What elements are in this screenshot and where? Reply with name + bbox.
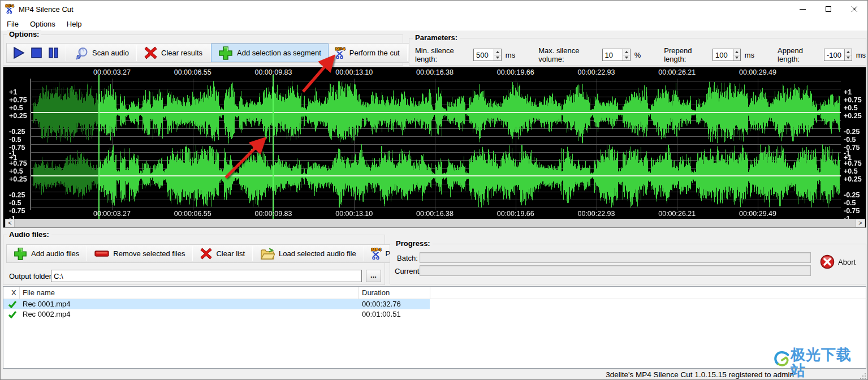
remove-selected-files-button[interactable]: Remove selected files	[88, 245, 192, 262]
output-folder-input[interactable]: C:\	[51, 270, 362, 282]
max-silence-volume-label: Max. silence volume:	[538, 46, 598, 63]
audio-files-toolbar: Add audio files Remove selected files Cl…	[6, 244, 443, 263]
min-silence-length-label: Min. silence length:	[415, 46, 470, 63]
amplitude-scale-label: -0.75	[844, 144, 860, 152]
amplitude-scale-label: +0.5	[844, 104, 858, 112]
current-progress-bar	[420, 265, 811, 276]
amplitude-scale-label: +1	[9, 154, 17, 162]
title-bar: MP4 MP4 Silence Cut	[1, 1, 867, 18]
window-title: MP4 Silence Cut	[19, 5, 74, 14]
chevron-right-icon[interactable]: >	[856, 219, 865, 227]
perform-the-cut-label: Perform the cut	[349, 49, 400, 57]
stop-button[interactable]	[31, 48, 42, 58]
play-button[interactable]	[13, 46, 25, 59]
parameters-group-label: Parameters:	[413, 33, 460, 42]
column-header-x[interactable]: X	[11, 288, 16, 297]
amplitude-scale-label: +0.25	[9, 112, 27, 120]
resize-grip[interactable]	[860, 373, 866, 379]
minimize-button[interactable]	[789, 1, 815, 18]
menu-file[interactable]: File	[1, 18, 24, 30]
time-tick-label: 00:00:09.83	[254, 210, 292, 218]
append-length-input[interactable]: -100	[824, 49, 852, 61]
max-silence-volume-input[interactable]: 10	[602, 49, 631, 61]
amplitude-scale-label: +0.75	[9, 159, 27, 167]
clear-list-label: Clear list	[216, 249, 245, 258]
column-header-duration[interactable]: Duration	[362, 288, 390, 297]
time-tick-label: 00:00:29.49	[739, 68, 776, 76]
spinner-buttons[interactable]	[623, 49, 630, 61]
scrollbar-track[interactable]	[15, 219, 856, 227]
waveform-panel[interactable]: 00:00:03.2700:00:06.5500:00:09.8300:00:1…	[3, 67, 866, 228]
prepend-length-input[interactable]: 100	[712, 49, 741, 61]
amplitude-scale-label: -1	[844, 149, 850, 157]
amplitude-scale-label: +0.5	[9, 104, 23, 112]
amplitude-scale-label: -0.75	[9, 144, 25, 152]
file-name: Rec 0001.mp4	[23, 300, 71, 308]
abort-button[interactable]: Abort	[820, 254, 856, 269]
min-silence-length-value: 500	[474, 49, 494, 61]
amplitude-scale-label: +0.75	[9, 96, 27, 104]
batch-label: Batch:	[397, 254, 418, 262]
scan-audio-button[interactable]: Scan audio	[67, 44, 136, 62]
red-x-icon	[144, 46, 157, 59]
time-tick-label: 00:00:03.27	[93, 210, 131, 218]
prepend-length-unit: ms	[745, 51, 754, 59]
menu-help[interactable]: Help	[61, 18, 88, 30]
menu-options[interactable]: Options	[24, 18, 61, 30]
scan-audio-icon	[74, 46, 88, 61]
amplitude-scale-label: -0.25	[844, 191, 860, 199]
remove-files-icon	[94, 249, 109, 258]
prepend-length-label: Prepend length:	[664, 46, 709, 63]
time-tick-label: 00:00:19.66	[497, 68, 534, 76]
close-button[interactable]	[841, 1, 867, 18]
amplitude-scale-label: +0.75	[844, 96, 862, 104]
waveform-plot[interactable]	[31, 79, 840, 210]
load-selected-audio-file-button[interactable]: Load selected audio file	[253, 245, 363, 262]
browse-button[interactable]: ...	[366, 270, 381, 282]
file-name: Rec 0002.mp4	[23, 310, 71, 318]
add-selection-as-segment-label: Add selection as segment	[237, 49, 321, 57]
append-length-unit: ms	[856, 51, 866, 59]
abort-label: Abort	[838, 258, 856, 266]
file-duration: 00:01:00.51	[362, 310, 401, 318]
prepend-length-value: 100	[713, 49, 733, 61]
append-length-value: -100	[824, 49, 844, 61]
add-selection-as-segment-button[interactable]: Add selection as segment	[211, 44, 329, 62]
spinner-buttons[interactable]	[844, 49, 852, 61]
clear-results-button[interactable]: Clear results	[137, 44, 209, 62]
open-folder-icon	[260, 248, 275, 260]
load-selected-audio-file-label: Load selected audio file	[279, 249, 356, 258]
table-row[interactable]: Rec 0001.mp4 00:00:32.76	[3, 299, 430, 309]
max-silence-volume-value: 10	[603, 49, 623, 61]
column-header-file-name[interactable]: File name	[23, 288, 55, 297]
amplitude-scale-label: +0.75	[844, 159, 862, 167]
time-tick-label: 00:00:26.21	[658, 210, 696, 218]
add-audio-files-button[interactable]: Add audio files	[7, 245, 86, 262]
options-group: Options: Scan audio Clear results Add se…	[3, 34, 403, 66]
time-tick-label: 00:00:13.10	[335, 68, 373, 76]
clear-list-button[interactable]: Clear list	[193, 245, 252, 262]
perform-the-cut-button[interactable]: MP4 Perform the cut	[329, 44, 407, 62]
min-silence-length-input[interactable]: 500	[473, 49, 502, 61]
waveform-canvas[interactable]	[31, 79, 841, 210]
audio-files-group: Audio files: Add audio files Remove sele…	[3, 235, 385, 285]
file-list: X File name Duration Rec 0001.mp4 00:00:…	[3, 286, 866, 369]
chevron-left-icon[interactable]: <	[5, 219, 15, 227]
waveform-scrollbar[interactable]: < >	[5, 219, 865, 227]
table-row[interactable]: Rec 0002.mp4 00:01:00.51	[3, 309, 430, 319]
spinner-buttons[interactable]	[494, 49, 501, 61]
close-icon	[851, 6, 858, 12]
amplitude-scale-label: +1	[844, 88, 852, 96]
amplitude-scale-label: +0.25	[9, 175, 27, 183]
time-tick-label: 00:00:22.93	[577, 68, 615, 76]
min-silence-length-unit: ms	[506, 51, 515, 59]
amplitude-scale-label: +0.5	[844, 167, 858, 175]
amplitude-scale-label: +1	[9, 88, 17, 96]
green-plus-icon	[14, 247, 27, 261]
audio-files-group-label: Audio files:	[7, 230, 51, 239]
pause-button[interactable]	[48, 48, 59, 58]
time-tick-label: 00:00:29.49	[739, 210, 776, 218]
output-folder-label: Output folder:	[9, 272, 54, 280]
maximize-button[interactable]	[815, 1, 841, 18]
spinner-buttons[interactable]	[733, 49, 740, 61]
